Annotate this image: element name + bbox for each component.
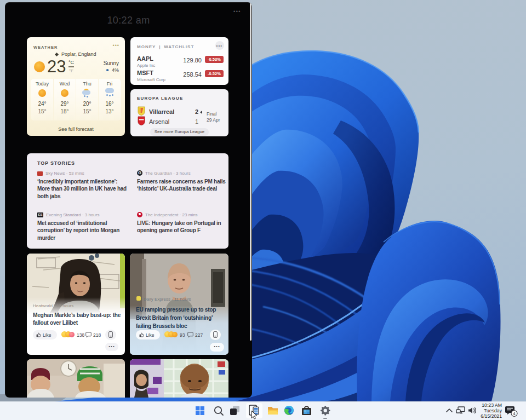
svg-text:4: 4	[513, 411, 516, 416]
